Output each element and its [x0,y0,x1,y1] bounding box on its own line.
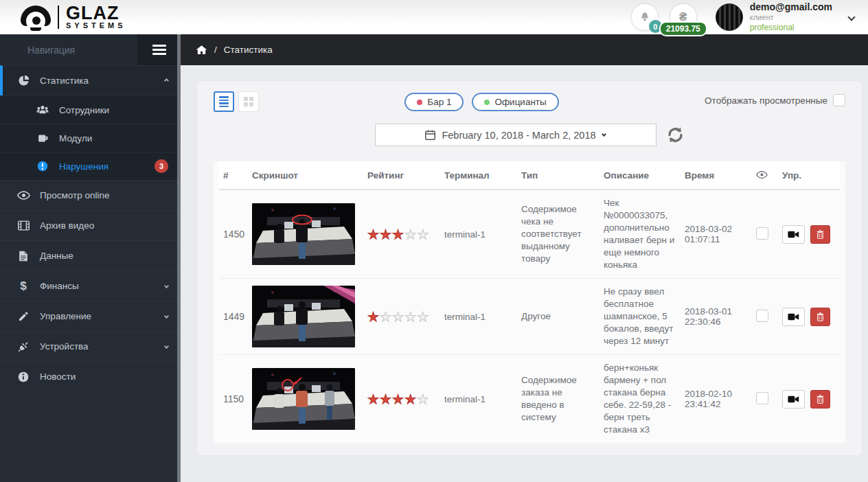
sidebar-item-online-view[interactable]: Просмотр online [0,180,181,210]
star-empty-icon: ★ [417,227,429,242]
mug-icon [36,133,49,144]
chevron-down-icon [164,314,169,319]
eye-icon [16,191,30,200]
violation-screenshot[interactable] [252,203,355,265]
col-description: Описание [599,170,681,181]
star-filled-icon: ★ [404,392,417,406]
col-viewed [752,170,778,181]
sidebar-item-label: Просмотр online [40,190,168,200]
sidebar-collapse-button[interactable] [137,34,181,65]
show-viewed-checkbox[interactable] [833,94,845,106]
sidebar-scrollbar[interactable] [177,34,181,482]
sidebar-title: Навигация [0,45,137,56]
filter-pill-waiters[interactable]: Официанты [472,93,558,111]
star-empty-icon: ★ [380,310,392,324]
date-range-picker[interactable]: February 10, 2018 - March 2, 2018 [375,124,656,146]
violation-description: Чек №0000033075, дополнительно наливает … [599,190,681,278]
sidebar-item-modules[interactable]: Модули [0,124,181,152]
rating-stars[interactable]: ★★★★★ [363,302,440,332]
terminal-name: terminal-1 [440,387,517,411]
violations-card: Бар 1 Официанты Отображать просмотренные [197,81,862,455]
violation-time: 2018-03-02 01:07:11 [681,217,752,251]
plug-icon [16,341,30,352]
star-filled-icon: ★ [367,310,380,324]
star-empty-icon: ★ [392,310,404,324]
table-row: 1150 [219,354,840,443]
sidebar-item-label: Управление [40,311,155,321]
delete-button[interactable] [810,225,830,244]
bell-icon [639,11,651,23]
breadcrumb: / Статистика [181,34,868,65]
viewed-checkbox[interactable] [756,227,768,240]
pie-chart-icon [16,75,30,87]
viewed-checkbox[interactable] [756,392,768,404]
sidebar-item-label: Данные [40,251,168,261]
violations-count-badge: 3 [155,159,168,173]
sidebar-item-news[interactable]: Новости [0,361,181,391]
rating-stars[interactable]: ★★★★★ [363,385,440,414]
calendar-icon [425,130,435,140]
col-id: # [219,170,248,181]
alert-circle-icon [36,161,49,172]
list-view-icon [219,96,229,107]
viewed-checkbox[interactable] [756,310,768,322]
video-button[interactable] [782,225,805,244]
star-filled-icon: ★ [392,227,404,242]
filter-pill-bar1[interactable]: Бар 1 [404,93,464,111]
brand-subtitle: SYSTEMS [66,21,126,30]
violation-screenshot[interactable] [252,368,355,430]
sidebar-item-employees[interactable]: Сотрудники [0,95,181,124]
video-camera-icon [788,312,799,321]
rating-stars[interactable]: ★★★★★ [363,220,440,249]
violation-id: 1450 [219,222,248,246]
table-row: 1450 [219,190,840,278]
chevron-down-icon [601,131,606,136]
star-filled-icon: ★ [367,392,380,406]
star-filled-icon: ★ [367,227,380,242]
camera-logo-icon [21,5,51,29]
violation-description: Не сразу ввел бесплатное шампанское, 5 б… [599,279,681,354]
grid-view-button[interactable] [238,91,259,112]
trash-icon [816,395,824,404]
star-empty-icon: ★ [404,310,417,324]
violation-screenshot[interactable] [252,286,355,347]
sidebar-item-label: Финансы [40,281,155,291]
col-actions: Упр. [778,170,840,181]
video-button[interactable] [782,308,805,326]
refresh-button[interactable] [666,126,685,144]
delete-button[interactable] [810,390,830,409]
sidebar-item-management[interactable]: Управление [0,301,181,331]
sidebar-item-label: Новости [40,371,168,382]
brand-logo[interactable]: GLAZ SYSTEMS [0,5,181,30]
star-empty-icon: ★ [417,392,429,406]
sidebar-item-finances[interactable]: $ Финансы [0,271,181,301]
logo-divider [58,5,59,29]
table-row: 1449 [219,278,840,354]
chevron-down-icon [847,13,855,21]
list-view-button[interactable] [214,91,234,112]
brand-title: GLAZ [66,5,126,21]
notifications-button[interactable]: 0 [632,4,658,30]
refresh-icon [666,126,685,144]
delete-button[interactable] [810,308,830,326]
table-header-row: # Скриншот Рейтинг Терминал Тип Описание… [219,161,840,190]
violation-type: Содержимое заказа не введено в систему [517,367,599,431]
sidebar-item-statistics[interactable]: Статистика [0,65,181,95]
sidebar-item-video-archive[interactable]: Архив видео [0,210,181,240]
balance-button[interactable]: ₴ 21093.75 [670,4,696,30]
hamburger-icon [152,45,166,47]
violation-type: Содержимое чека не соответствует выданно… [517,196,599,272]
sidebar-item-violations[interactable]: Нарушения 3 [0,152,181,180]
home-icon[interactable] [196,45,207,55]
video-button[interactable] [782,390,805,409]
col-screenshot: Скриншот [248,170,363,181]
sidebar-item-label: Статистика [40,76,155,86]
sidebar-item-label: Архив видео [40,220,168,231]
sidebar-item-data[interactable]: Данные [0,240,181,271]
grid-view-icon [244,97,253,106]
users-icon [36,105,49,115]
dollar-icon: $ [16,279,30,293]
sidebar-item-devices[interactable]: Устройства [0,331,181,361]
violation-description: берн+коньяк бармену + пол стакана берна … [599,355,681,443]
user-menu[interactable]: demo@gmail.com клиент professional [716,2,854,33]
